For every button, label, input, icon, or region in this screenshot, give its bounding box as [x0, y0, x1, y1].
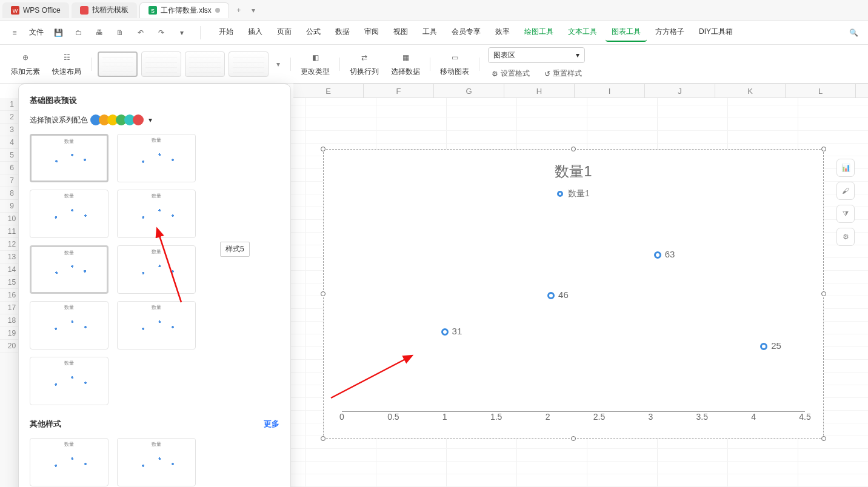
- menu-效率[interactable]: 效率: [489, 23, 516, 42]
- column-headers: EFGHIJKL: [293, 84, 868, 98]
- col-F[interactable]: F: [364, 84, 434, 98]
- preset-style-9[interactable]: [30, 357, 109, 405]
- separator: [479, 58, 479, 71]
- undo-icon[interactable]: ↶: [135, 27, 147, 39]
- save-icon[interactable]: 💾: [52, 27, 64, 39]
- col-I[interactable]: I: [575, 84, 645, 98]
- menu-页面[interactable]: 页面: [271, 23, 298, 42]
- folder-icon[interactable]: 🗀: [73, 27, 85, 39]
- menu-开始[interactable]: 开始: [213, 23, 239, 42]
- set-format-button[interactable]: ⚙设置格式: [488, 67, 533, 81]
- col-K[interactable]: K: [715, 84, 786, 98]
- resize-handle[interactable]: [321, 436, 326, 441]
- menu-视图[interactable]: 视图: [387, 23, 414, 42]
- tab-dropdown[interactable]: ▾: [246, 3, 261, 18]
- menu-文本工具[interactable]: 文本工具: [562, 23, 603, 42]
- menu-icon[interactable]: ≡: [8, 27, 21, 39]
- style-thumb-3[interactable]: [185, 51, 225, 77]
- col-G[interactable]: G: [434, 84, 504, 98]
- tab-template[interactable]: 找稻壳模板: [72, 2, 137, 18]
- quick-layout-button[interactable]: ☷快速布局: [46, 47, 87, 81]
- menu-数据[interactable]: 数据: [329, 23, 356, 42]
- more-styles-button[interactable]: ▾: [272, 51, 284, 77]
- preset-style-8[interactable]: [117, 301, 196, 350]
- label: 重置样式: [553, 68, 582, 79]
- preset-style-4[interactable]: [117, 190, 196, 238]
- switch-rowcol-button[interactable]: ⇄切换行列: [344, 47, 385, 81]
- add-element-button[interactable]: ⊕添加元素: [5, 47, 46, 81]
- menu-工具[interactable]: 工具: [416, 23, 443, 42]
- menu-方方格子[interactable]: 方方格子: [649, 23, 690, 42]
- col-E[interactable]: E: [293, 84, 364, 98]
- resize-handle[interactable]: [821, 291, 826, 296]
- style-thumb-4[interactable]: [229, 51, 269, 77]
- resize-handle[interactable]: [821, 147, 826, 151]
- resize-handle[interactable]: [571, 147, 576, 151]
- chart-title[interactable]: 数量1: [324, 162, 823, 181]
- col-J[interactable]: J: [645, 84, 715, 98]
- menu-绘图工具[interactable]: 绘图工具: [518, 23, 559, 42]
- preset-style-1[interactable]: [30, 134, 109, 182]
- svg-line-6: [331, 356, 412, 398]
- chart-legend[interactable]: 数量1: [324, 188, 823, 199]
- x-tick: 3: [648, 412, 653, 422]
- data-point[interactable]: [547, 292, 555, 299]
- data-point[interactable]: [441, 328, 449, 336]
- preset-style-6[interactable]: [117, 245, 196, 294]
- resize-handle[interactable]: [571, 436, 576, 441]
- workarea: EFGHIJKL 1234567891011121314151617181920…: [0, 84, 868, 487]
- x-tick: 0.5: [387, 412, 399, 422]
- dropdown-icon[interactable]: ▾: [176, 27, 188, 39]
- tab-wps[interactable]: W WPS Office: [2, 2, 69, 18]
- tab-workbook[interactable]: S 工作簿数量.xlsx: [139, 2, 229, 18]
- print-icon[interactable]: 🖶: [93, 27, 105, 39]
- search-icon[interactable]: 🔍: [847, 27, 860, 39]
- file-menu[interactable]: 文件: [29, 27, 44, 38]
- preset-style-5[interactable]: [30, 245, 109, 294]
- chart-elements-button[interactable]: 📊: [836, 159, 855, 177]
- add-element-icon: ⊕: [22, 51, 28, 64]
- style-thumb-1[interactable]: [98, 51, 138, 77]
- more-styles-link[interactable]: 更多: [264, 419, 279, 429]
- preset-style-2[interactable]: [117, 134, 196, 182]
- chart-filter-button[interactable]: ⧩: [836, 205, 855, 223]
- chart-object[interactable]: 数量1 数量1 31466325 00.511.522.533.544.5: [323, 149, 824, 439]
- preset-other-1[interactable]: [30, 438, 109, 486]
- preset-style-3[interactable]: [30, 190, 109, 238]
- change-type-button[interactable]: ◧更改类型: [295, 47, 336, 81]
- preset-panel-title: 基础图表预设: [30, 95, 279, 106]
- data-point[interactable]: [760, 343, 767, 350]
- chart-style-button[interactable]: 🖌: [836, 182, 855, 200]
- resize-handle[interactable]: [821, 436, 826, 441]
- menu-DIY工具箱[interactable]: DIY工具箱: [693, 23, 739, 42]
- style-thumb-2[interactable]: [141, 51, 181, 77]
- data-point[interactable]: [654, 251, 661, 259]
- col-H[interactable]: H: [504, 84, 575, 98]
- move-chart-button[interactable]: ▭移动图表: [434, 47, 475, 81]
- menu-公式[interactable]: 公式: [300, 23, 327, 42]
- new-tab-button[interactable]: +: [232, 3, 246, 18]
- chevron-down-icon[interactable]: ▾: [149, 116, 152, 124]
- menu-插入[interactable]: 插入: [242, 23, 269, 42]
- select-value: 图表区: [493, 50, 515, 61]
- x-axis[interactable]: 00.511.522.533.544.5: [342, 411, 805, 425]
- palette-color[interactable]: [133, 114, 144, 125]
- redo-icon[interactable]: ↷: [155, 27, 167, 39]
- select-data-icon: ▦: [402, 51, 409, 64]
- select-data-button[interactable]: ▦选择数据: [385, 47, 426, 81]
- resize-handle[interactable]: [321, 147, 326, 151]
- color-palette[interactable]: [93, 114, 144, 125]
- preset-style-7[interactable]: [30, 301, 109, 350]
- separator: [290, 58, 291, 71]
- menu-会员专享[interactable]: 会员专享: [446, 23, 487, 42]
- chart-settings-button[interactable]: ⚙: [836, 228, 855, 246]
- reset-style-button[interactable]: ↺重置样式: [541, 67, 586, 81]
- chart-area-select[interactable]: 图表区▾: [488, 47, 585, 63]
- preview-icon[interactable]: 🗎: [114, 27, 126, 39]
- color-label: 选择预设系列配色: [30, 115, 88, 125]
- preset-other-2[interactable]: [117, 438, 196, 486]
- resize-handle[interactable]: [321, 291, 326, 296]
- col-L[interactable]: L: [786, 84, 856, 98]
- menu-审阅[interactable]: 审阅: [358, 23, 385, 42]
- menu-图表工具[interactable]: 图表工具: [606, 23, 647, 42]
